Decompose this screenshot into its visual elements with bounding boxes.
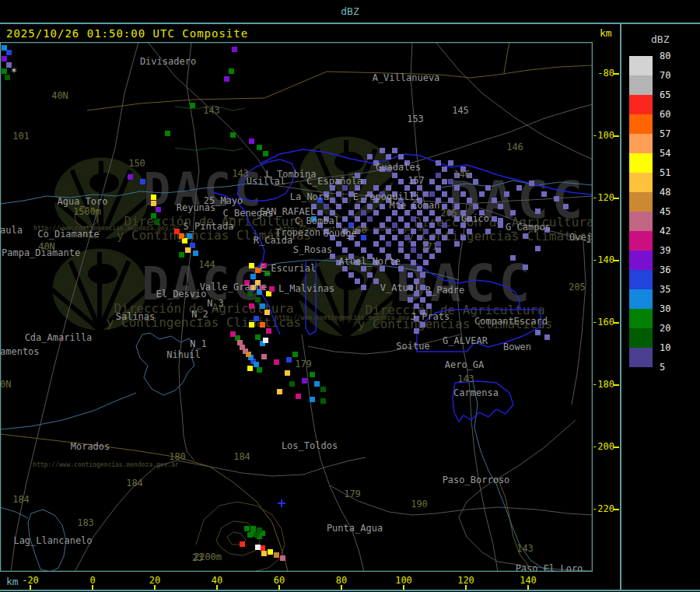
stream-line (175, 148, 243, 151)
echo-cell (423, 191, 429, 197)
echo-cell (404, 185, 410, 191)
map-label: La_Nora (290, 191, 330, 202)
map-label: 0N (0, 379, 11, 390)
echo-cell (268, 549, 273, 555)
map-label: 190 (411, 499, 428, 510)
echo-cell (420, 272, 425, 278)
echo-cell (510, 255, 516, 261)
echo-cell (230, 331, 236, 337)
map-label: 143 (457, 373, 474, 384)
echo-cell (436, 173, 441, 178)
echo-cell (442, 235, 447, 240)
right-axis-tick-label: -120 (592, 192, 614, 203)
map-label: 40N (51, 90, 68, 101)
echo-cell (473, 179, 478, 184)
echo-cell (310, 372, 315, 377)
echo-cell (229, 68, 234, 74)
map-label: 2200m (194, 552, 222, 562)
echo-cell (355, 216, 360, 222)
colorbar-swatch (629, 114, 653, 134)
echo-cell (504, 191, 509, 197)
echo-cell (426, 303, 432, 309)
echo-cell (386, 185, 391, 191)
echo-cell (355, 241, 360, 247)
echo-cell (411, 229, 416, 234)
map-label: 145 (452, 105, 469, 116)
map-label: 171 (421, 241, 438, 252)
map-label: 180 (169, 451, 186, 462)
right-axis: -80-100-120-140-160-180-200-220 (593, 42, 621, 572)
echo-cell (380, 204, 385, 209)
map-label: 143 (232, 168, 249, 179)
echo-cell (392, 148, 397, 153)
echo-cell (330, 198, 335, 203)
map-label: Carmensa (453, 387, 499, 398)
echo-cell (563, 204, 569, 209)
map-label: L_Malvinas (278, 283, 334, 294)
echo-cell (269, 286, 275, 292)
right-axis-tick (614, 73, 619, 75)
echo-cell (392, 173, 397, 178)
map-label: Punta_Agua (327, 523, 383, 534)
road-brown-line (87, 65, 593, 110)
echo-cell (411, 241, 416, 247)
right-axis-tick-label: -180 (592, 379, 614, 390)
echo-cell (420, 297, 425, 303)
map-label: Usillal (247, 176, 286, 187)
echo-cell (498, 218, 503, 223)
echo-cell (523, 233, 528, 239)
map-label: Nihuil (166, 349, 200, 360)
colorbar-label: 80 (660, 51, 670, 61)
colorbar-swatch (629, 56, 653, 75)
echo-cell (232, 47, 237, 52)
echo-cell (398, 154, 404, 159)
watermark-url: http://www.contingencias.mendoza.gov.ar (33, 461, 179, 468)
map-label: 40N (38, 241, 55, 252)
colorbar-label: 5 (660, 362, 665, 373)
echo-cell (249, 138, 254, 144)
echo-cell (442, 179, 447, 184)
echo-cell (448, 160, 453, 166)
echo-cell (348, 210, 354, 215)
colorbar-swatch (629, 173, 653, 192)
map-label: Lag_Llancanelo (13, 535, 92, 546)
echo-cell (417, 266, 422, 271)
echo-cell (302, 378, 307, 384)
map-label: 179 (295, 359, 312, 370)
echo-cell (498, 222, 503, 228)
echo-cell (516, 185, 522, 191)
echo-cell (250, 526, 256, 531)
echo-cell (448, 229, 453, 234)
right-axis-tick-label: -80 (597, 68, 614, 79)
echo-cell (411, 247, 416, 253)
right-axis-tick-label: -100 (592, 130, 614, 141)
echo-cell (373, 229, 379, 234)
echo-cell (263, 151, 268, 156)
map-label: G_ALVEAR (443, 335, 488, 346)
echo-cell (510, 210, 516, 215)
river-line (0, 507, 28, 518)
echo-cell (361, 285, 366, 290)
map-label: 184 (12, 494, 30, 505)
map-label: Guadales (376, 162, 421, 173)
echo-cell (342, 216, 348, 222)
timestamp-bar: 2025/10/26 01:50:00 UTC Composite km (0, 24, 700, 42)
echo-cell (442, 166, 447, 172)
echo-cell (342, 198, 348, 203)
colorbar-swatch (629, 153, 653, 173)
right-axis-tick-label: -160 (592, 317, 614, 328)
map-label: Goico (461, 213, 489, 224)
road-line (330, 485, 593, 515)
radar-app-window: dBZ 2025/10/26 01:50:00 UTC Composite km… (0, 0, 700, 592)
echo-cell (361, 210, 366, 215)
echo-cell (523, 264, 528, 270)
timestamp-label: 2025/10/26 01:50:00 UTC Composite (6, 27, 248, 40)
right-axis-tick (614, 135, 619, 137)
panel-divider (620, 24, 621, 590)
echo-cell (398, 216, 404, 222)
colorbar-swatch (629, 75, 653, 95)
echo-cell (355, 278, 360, 284)
road-brown-line (504, 42, 509, 73)
map-label: Valle_Grande (200, 282, 268, 292)
echo-cell (289, 381, 295, 387)
